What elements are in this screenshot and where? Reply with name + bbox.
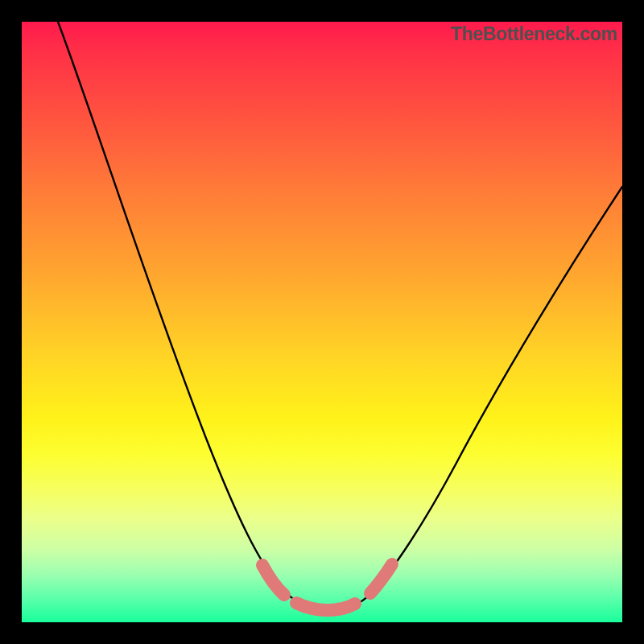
curve-path bbox=[58, 22, 622, 609]
chart-frame: TheBottleneck.com bbox=[0, 0, 644, 644]
highlight-middle bbox=[296, 603, 355, 610]
highlight-right bbox=[370, 564, 392, 593]
plot-area: TheBottleneck.com bbox=[22, 22, 622, 622]
highlight-left bbox=[262, 565, 284, 595]
bottleneck-curve bbox=[22, 22, 622, 622]
